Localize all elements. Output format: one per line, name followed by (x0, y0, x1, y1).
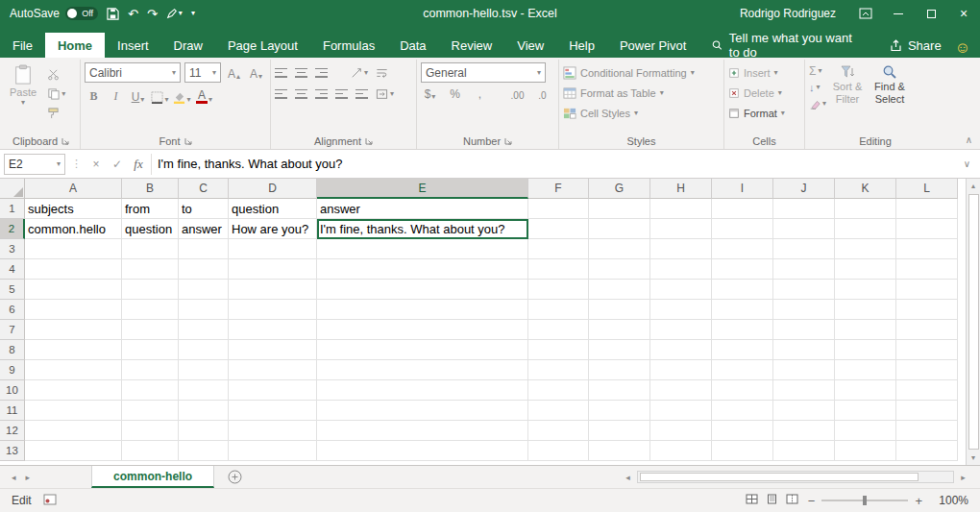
cell-i12[interactable] (712, 421, 773, 441)
cell-a12[interactable] (25, 421, 122, 441)
normal-view-button[interactable] (746, 494, 758, 507)
cell-a6[interactable] (25, 300, 122, 320)
formula-input[interactable]: I'm fine, thanks. What about you? (151, 154, 954, 175)
cell-l5[interactable] (896, 280, 958, 300)
cell-h2[interactable] (650, 219, 712, 239)
cell-k6[interactable] (835, 300, 896, 320)
cell-b3[interactable] (122, 239, 179, 259)
column-header-l[interactable]: L (896, 179, 958, 199)
cell-i2[interactable] (712, 219, 773, 239)
shrink-font-button[interactable]: A▾ (247, 63, 265, 83)
cell-i8[interactable] (712, 340, 773, 360)
cell-g7[interactable] (589, 320, 650, 340)
cell-a8[interactable] (25, 340, 122, 360)
cell-f9[interactable] (528, 360, 589, 380)
cell-h6[interactable] (650, 300, 712, 320)
align-right-icon[interactable] (315, 89, 328, 99)
row-header-6[interactable]: 6 (0, 300, 25, 320)
cell-k9[interactable] (835, 360, 896, 380)
cell-b7[interactable] (122, 320, 179, 340)
alignment-dialog-launcher[interactable] (365, 137, 373, 145)
clear-button[interactable]: ▾ (809, 96, 826, 110)
zoom-out-button[interactable]: − (808, 494, 816, 508)
cell-h4[interactable] (650, 259, 712, 280)
sheet-tab-common-hello[interactable]: common-hello (91, 466, 214, 488)
align-left-icon[interactable] (275, 89, 287, 99)
underline-button[interactable]: U▾ (129, 86, 147, 106)
cell-i1[interactable] (712, 199, 773, 219)
pen-mode-button[interactable]: ▾ (166, 8, 183, 19)
next-sheet-button[interactable]: ▸ (26, 473, 31, 482)
cell-a1[interactable]: subjects (25, 199, 122, 219)
column-header-h[interactable]: H (650, 179, 712, 199)
cell-e4[interactable] (317, 259, 528, 280)
cell-h11[interactable] (650, 401, 712, 421)
tab-power-pivot[interactable]: Power Pivot (607, 33, 698, 58)
cell-c4[interactable] (179, 259, 229, 280)
cell-f7[interactable] (528, 320, 589, 340)
cell-k4[interactable] (835, 259, 896, 280)
bold-button[interactable]: B (85, 86, 103, 106)
cell-e11[interactable] (317, 401, 528, 421)
row-header-12[interactable]: 12 (0, 421, 25, 441)
cell-g12[interactable] (589, 421, 650, 441)
fill-button[interactable]: ↓ ▾ (809, 80, 826, 94)
tab-home[interactable]: Home (45, 33, 105, 58)
cell-i6[interactable] (712, 300, 773, 320)
cell-e2[interactable]: I'm fine, thanks. What about you? (317, 219, 528, 239)
cell-h8[interactable] (650, 340, 712, 360)
cell-j2[interactable] (773, 219, 835, 239)
row-header-7[interactable]: 7 (0, 320, 25, 340)
cell-styles-button[interactable]: Cell Styles ▾ (563, 104, 638, 122)
save-button[interactable] (107, 8, 119, 20)
cell-c9[interactable] (179, 360, 229, 380)
cell-i7[interactable] (712, 320, 773, 340)
cell-a7[interactable] (25, 320, 122, 340)
column-header-i[interactable]: I (712, 179, 773, 199)
cell-g5[interactable] (589, 280, 650, 300)
name-box[interactable]: E2 ▾ (4, 154, 65, 175)
cell-f6[interactable] (528, 300, 589, 320)
cell-k12[interactable] (835, 421, 896, 441)
cell-j6[interactable] (773, 300, 835, 320)
enter-entry-button[interactable]: ✓ (109, 158, 126, 171)
new-sheet-button[interactable] (214, 466, 256, 488)
cell-l2[interactable] (896, 219, 958, 239)
undo-button[interactable]: ↶ (128, 8, 138, 20)
zoom-slider[interactable] (821, 500, 908, 501)
percent-style-button[interactable]: % (446, 87, 464, 103)
cell-c5[interactable] (179, 280, 229, 300)
cut-button[interactable] (47, 67, 65, 82)
page-break-view-button[interactable] (786, 494, 798, 507)
cell-e9[interactable] (317, 360, 528, 380)
tab-formulas[interactable]: Formulas (310, 33, 387, 58)
font-name-select[interactable]: Calibri ▾ (85, 62, 181, 83)
collapse-ribbon-button[interactable]: ∧ (966, 134, 972, 145)
redo-button[interactable]: ↷ (147, 8, 158, 20)
cell-j1[interactable] (773, 199, 835, 219)
cell-e10[interactable] (317, 380, 528, 401)
cell-a3[interactable] (25, 239, 122, 259)
cell-a4[interactable] (25, 259, 122, 280)
font-color-button[interactable]: A ▾ (195, 86, 213, 106)
scroll-right-button[interactable]: ▸ (956, 473, 970, 482)
copy-button[interactable]: ▾ (47, 86, 65, 101)
cell-l7[interactable] (896, 320, 958, 340)
cell-j5[interactable] (773, 280, 835, 300)
tab-insert[interactable]: Insert (105, 33, 161, 58)
cell-g13[interactable] (589, 441, 650, 461)
cell-k1[interactable] (835, 199, 896, 219)
number-format-select[interactable]: General ▾ (421, 62, 546, 83)
format-painter-button[interactable] (47, 106, 65, 120)
grow-font-button[interactable]: A▴ (225, 63, 243, 83)
orientation-button[interactable]: ▾ (351, 65, 368, 80)
cell-k8[interactable] (835, 340, 896, 360)
cell-j11[interactable] (773, 401, 835, 421)
tab-review[interactable]: Review (439, 33, 505, 58)
tab-page-layout[interactable]: Page Layout (215, 33, 310, 58)
row-header-8[interactable]: 8 (0, 340, 25, 360)
insert-function-button[interactable]: fx (130, 157, 147, 172)
expand-formula-bar-button[interactable]: ∨ (958, 158, 976, 169)
cell-c2[interactable]: answer (179, 219, 229, 239)
column-header-f[interactable]: F (528, 179, 589, 199)
